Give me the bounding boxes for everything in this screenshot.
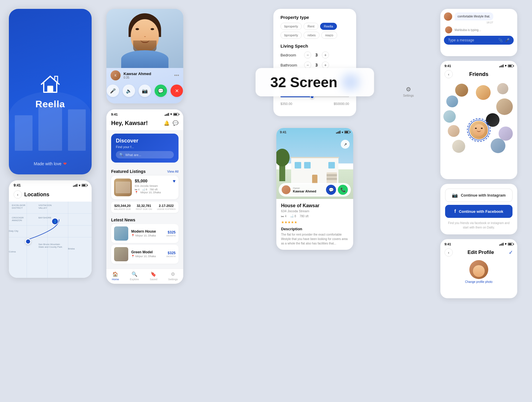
chat-avatar-1 [444,12,452,21]
chat-button[interactable]: 💬 [155,85,167,97]
hl-header: Hey, Kawsar! 🔔 💬 [106,117,183,130]
camera-button[interactable]: 📷 [139,85,151,97]
search-placeholder: What are... [125,153,141,157]
message-owner-button[interactable]: 💬 [326,185,336,195]
news-price-2: $325 /MONTH [166,251,176,258]
settings-gear-icon[interactable]: ⚙ [406,86,411,93]
friend-bubble-5[interactable] [496,98,513,115]
rent-due: 32,32,781 RENT DUE ON [136,204,152,210]
house-meta: 🛏 4 🛁 8 780 sft [281,215,348,218]
listing-price: $5,000 [135,179,147,183]
property-type-section: Property type bproperty Rent Reella bpro… [280,15,349,39]
chip-reella[interactable]: Reella [320,23,337,30]
listing-bottom-stats: $20,344,20 BALANCE DUE 32,32,781 RENT DU… [111,202,179,213]
window3 [328,162,335,168]
nav-saved[interactable]: 🔖 Saved [150,271,158,281]
edit-profile-screen: 9:41 ▾ ‹ Edit Profile ✓ [440,239,517,298]
screen-count-text: 32 Screen [270,74,338,90]
hl-status-bar: 9:41 ▾ [106,109,183,117]
house-detail-card: 9:41 ▾ ↗ [276,128,353,250]
chat-input-actions: 📎 🎤 [498,38,510,42]
bathroom-decrement[interactable]: − [304,61,311,69]
reella-logo: Reella [35,74,65,110]
news-thumb-2 [114,247,128,261]
caller-info: K Kawsar Ahmed 0:35 ••• [106,68,183,83]
mute-button[interactable]: 🎤 [107,85,119,97]
blur-decoration [341,73,359,91]
chat-screen: comfortable lifestyle that. 18:27 Mahbub… [440,9,517,56]
share-button[interactable]: ↗ [341,140,350,149]
map-pin-start [25,239,31,244]
chat-bubble-1: comfortable lifestyle that. [455,12,493,20]
news-item-1: Modern House 📍 Mirpur 10, Dhaka $325 /MO… [111,224,179,243]
chat-input-bar[interactable]: Type a message 📎 🎤 [444,36,514,45]
favorite-icon[interactable]: ♥ [173,179,176,184]
chat-message-row: comfortable lifestyle that. 18:27 [444,12,514,24]
signal-icon [73,184,77,187]
instagram-login-button[interactable]: 📷 Continue with Instagram [445,189,512,202]
video-person-photo [106,9,183,68]
view-all-button[interactable]: View All [167,170,179,173]
friend-bubble-11[interactable] [491,138,505,153]
svg-rect-11 [47,115,51,119]
friend-bubble-4[interactable] [446,95,458,107]
loc-header: ‹ Locations [9,189,92,202]
screen-count-banner: 32 Screen [256,68,374,96]
change-photo-button[interactable]: Change profile photo [465,280,493,283]
caller-avatar: K [111,70,121,80]
notification-icon[interactable]: 🔔 [164,120,170,126]
friend-bubble-10[interactable] [452,140,465,153]
svg-rect-4 [22,121,25,124]
more-options-button[interactable]: ••• [174,73,179,78]
balance-due: $20,344,20 BALANCE DUE [114,204,131,210]
chip-rent[interactable]: Rent [304,23,318,30]
friend-bubble-6[interactable] [443,110,456,123]
column-2: K Kawsar Ahmed 0:35 ••• 🎤 🔈 📷 💬 ✕ 9:41 [106,9,189,284]
friend-bubble-2[interactable] [476,85,491,100]
house-address: 634 Jocoda Stream [281,209,348,213]
nav-settings[interactable]: ⚙ Settings [168,271,178,281]
caller-name: Kawsar Ahmed [124,72,171,76]
friend-bubble-3[interactable] [497,83,508,94]
facebook-login-button[interactable]: f Continue with Facebook [445,205,512,218]
speaker-button[interactable]: 🔈 [123,85,135,97]
friend-bubble-1[interactable] [455,84,468,97]
video-call-screen: K Kawsar Ahmed 0:35 ••• 🎤 🔈 📷 💬 ✕ [106,9,183,103]
bedroom-row: Bedroom − 3 + [280,51,349,59]
mic-icon[interactable]: 🎤 [505,38,510,42]
featured-section-header: Featured Listings View All [106,166,183,176]
nav-explore[interactable]: 🔍 Explore [130,271,139,281]
instagram-icon: 📷 [452,192,458,198]
call-controls: 🎤 🔈 📷 💬 ✕ [107,83,183,100]
message-icon[interactable]: 💬 [173,120,179,126]
friends-header: ‹ Friends [440,69,517,81]
search-bar[interactable]: 🔍 What are... [116,151,174,158]
friends-back-button[interactable]: ‹ [445,70,453,78]
svg-rect-5 [18,127,20,129]
reella-brand-title: Reella [35,99,65,110]
chip-reazo[interactable]: reazo [321,32,337,39]
listing-meta: 🛏 4 🛁 8 780 sft [135,188,176,191]
signal-icon [165,113,169,116]
ep-status-bar: 9:41 ▾ [440,239,517,247]
bedroom-decrement[interactable]: − [304,51,311,59]
chip-bproperty2[interactable]: bproperty [280,32,302,39]
svg-rect-13 [41,121,45,125]
call-owner-button[interactable]: 📞 [338,185,348,195]
chip-rebes[interactable]: rebes [304,32,319,39]
column-1: Reella Made with love ❤ 9:41 ▾ [9,9,98,278]
bathroom-control: − 3 + [304,61,329,69]
ep-back-button[interactable]: ‹ [445,248,453,257]
bathroom-increment[interactable]: + [322,61,329,69]
chip-bproperty1[interactable]: bproperty [280,23,302,30]
nav-home[interactable]: 🏠 Home [112,271,119,281]
ep-save-icon[interactable]: ✓ [509,249,513,256]
attachment-icon[interactable]: 📎 [498,38,503,42]
back-button[interactable]: ‹ [14,190,22,199]
friend-bubble-8[interactable] [448,125,460,137]
listing-address: 634 Jocoda Stream [135,184,176,187]
bedroom-increment[interactable]: + [322,51,329,59]
end-call-button[interactable]: ✕ [171,85,183,97]
price-max: $50000.00 [334,102,349,106]
location-pin-icon: 📍 [135,191,138,194]
